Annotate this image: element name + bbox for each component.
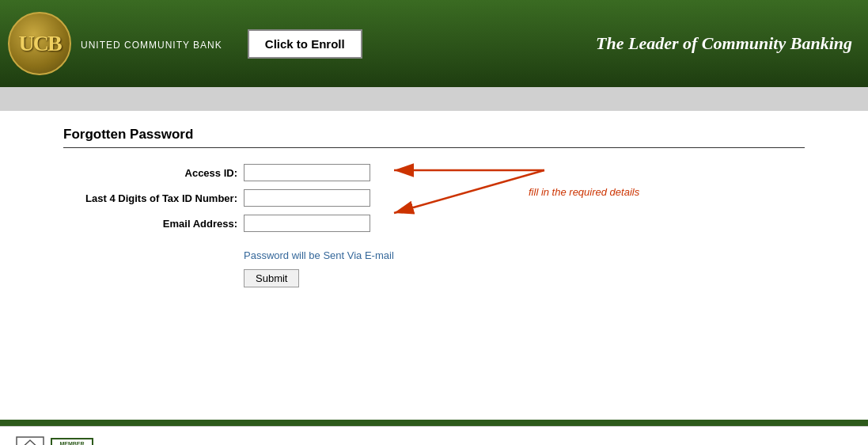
tax-id-label: Last 4 Digits of Tax ID Number: xyxy=(63,192,237,204)
header-left-text: United Community Bank xyxy=(81,36,222,51)
title-divider xyxy=(63,147,805,148)
bank-logo: UCB xyxy=(8,12,71,75)
tax-id-row: Last 4 Digits of Tax ID Number: xyxy=(63,189,370,207)
email-row: Email Address: xyxy=(63,215,370,232)
sub-header-bar xyxy=(0,87,868,111)
email-input[interactable] xyxy=(244,215,370,232)
email-label: Email Address: xyxy=(63,218,237,230)
annotation-text: fill in the required details xyxy=(529,186,639,198)
fdic-member-text: MEMBER xyxy=(59,441,84,446)
form-area: Access ID: Last 4 Digits of Tax ID Numbe… xyxy=(63,164,805,235)
form-fields-container: Access ID: Last 4 Digits of Tax ID Numbe… xyxy=(63,164,370,232)
bank-name: United Community Bank xyxy=(81,40,222,51)
svg-marker-5 xyxy=(19,440,41,445)
main-content: Forgotten Password Access ID: Last 4 Dig… xyxy=(0,111,868,396)
site-header: UCB United Community Bank Click to Enrol… xyxy=(0,0,868,87)
equal-housing-icon: EQUAL HOUSING xyxy=(16,436,44,445)
tax-id-input[interactable] xyxy=(244,189,370,207)
annotation-area: fill in the required details xyxy=(386,156,718,235)
access-id-row: Access ID: xyxy=(63,164,370,181)
fdic-badge: MEMBER FDIC xyxy=(51,438,93,446)
info-text: Password will be Sent Via E-mail xyxy=(244,249,805,261)
footer-green-bar xyxy=(0,420,868,426)
header-tagline: The Leader of Community Banking xyxy=(596,33,852,54)
submit-button[interactable]: Submit xyxy=(244,269,299,287)
page-title: Forgotten Password xyxy=(63,127,805,143)
footer-content: EQUAL HOUSING MEMBER FDIC Privacy Policy… xyxy=(0,426,868,445)
enroll-button[interactable]: Click to Enroll xyxy=(248,29,362,59)
form-fields: Access ID: Last 4 Digits of Tax ID Numbe… xyxy=(63,164,370,232)
header-left: UCB United Community Bank Click to Enrol… xyxy=(8,12,362,75)
access-id-input[interactable] xyxy=(244,164,370,181)
site-footer: EQUAL HOUSING MEMBER FDIC Privacy Policy… xyxy=(0,426,868,445)
svg-line-2 xyxy=(394,170,544,213)
access-id-label: Access ID: xyxy=(63,167,237,179)
footer-logos: EQUAL HOUSING MEMBER FDIC xyxy=(16,436,93,445)
logo-text: UCB xyxy=(18,31,60,56)
